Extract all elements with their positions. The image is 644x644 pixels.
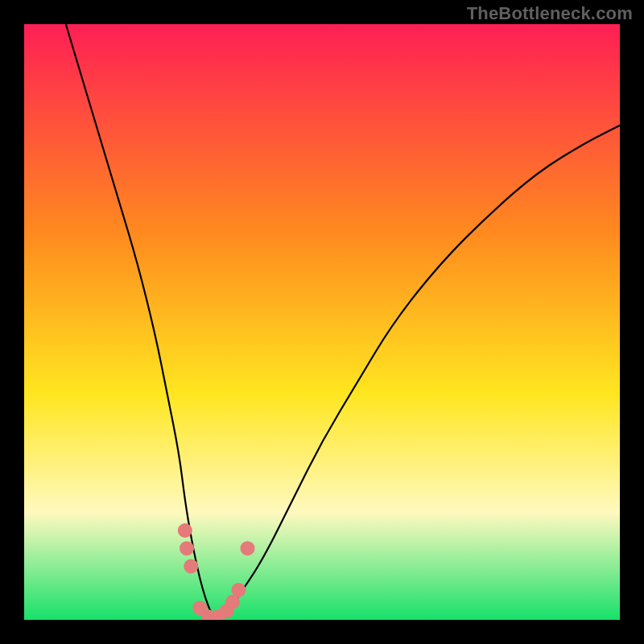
bottleneck-chart: [0, 0, 644, 644]
chart-frame: { "watermark": "TheBottleneck.com", "cha…: [0, 0, 644, 644]
marker-dot: [241, 541, 255, 555]
marker-dot: [180, 541, 194, 555]
marker-dot: [184, 559, 198, 573]
marker-dot: [178, 523, 192, 538]
gradient-background: [24, 24, 620, 620]
marker-dot: [231, 583, 246, 597]
